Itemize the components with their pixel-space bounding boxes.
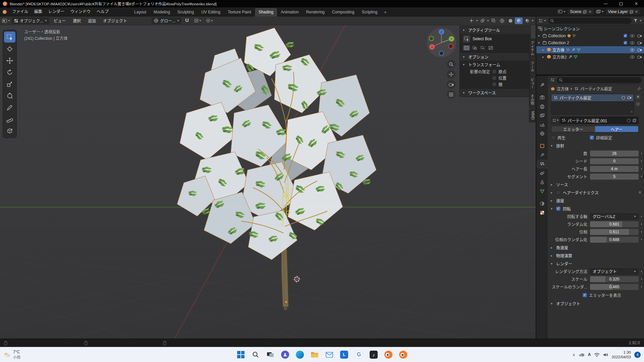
collection-checkbox[interactable]: ✓ <box>624 34 627 38</box>
scale-slider[interactable]: 0.320 <box>590 276 639 282</box>
tool-scale[interactable] <box>4 78 15 89</box>
hair-length-field[interactable]: 4 m <box>590 166 639 172</box>
show-gizmo-icon[interactable] <box>468 17 475 24</box>
render-camera-icon[interactable] <box>627 96 632 99</box>
tool-cursor[interactable] <box>4 43 15 54</box>
tab-uv-editing[interactable]: UV Editing <box>198 8 224 16</box>
angular-velocity-section-header[interactable]: ▸ 角速度 <box>548 243 644 251</box>
notification-badge[interactable]: 4 <box>634 352 641 358</box>
maximize-button[interactable] <box>613 0 629 7</box>
properties-editor-icon[interactable] <box>550 78 555 82</box>
object-section-header[interactable]: ▾ オブジェクト <box>548 299 644 307</box>
show-overlays-icon[interactable] <box>479 17 486 24</box>
tab-material[interactable] <box>536 199 548 208</box>
outliner-row-collection2[interactable]: ▾ Collection 2 ✓ <box>536 39 644 46</box>
view-layer-selector[interactable]: View Layer ✕ <box>605 8 641 15</box>
npanel-tab-view[interactable]: ビュー <box>529 75 536 92</box>
view-layer-browse-icon[interactable] <box>596 10 604 14</box>
tab-layout[interactable]: Layout <box>130 8 150 16</box>
mode-selector[interactable]: オブジェク... <box>12 17 49 24</box>
origins-checkbox[interactable] <box>492 69 496 74</box>
snap-target-icon[interactable] <box>193 17 203 24</box>
tab-scene[interactable] <box>536 120 548 129</box>
tab-object[interactable] <box>536 141 548 150</box>
hide-eye-icon[interactable] <box>630 41 635 45</box>
properties-search-input[interactable] <box>557 77 641 83</box>
type-hair-button[interactable]: ヘアー <box>595 126 639 132</box>
rotation-section-header[interactable]: ▾ ✓ 回転 <box>548 204 644 213</box>
tool-transform[interactable] <box>4 90 15 101</box>
proportional-edit-icon[interactable] <box>204 17 214 24</box>
transform-orientation[interactable]: グロー... <box>152 17 181 24</box>
collapse-icon[interactable]: ▾ <box>463 55 466 59</box>
mail-app[interactable] <box>323 349 335 361</box>
copy-datablock-icon[interactable] <box>633 119 636 122</box>
task-view-button[interactable] <box>264 349 276 361</box>
disable-render-camera-icon[interactable] <box>637 55 642 59</box>
velocity-section-header[interactable]: ▸ 速度 <box>548 196 644 204</box>
tool-select-box[interactable] <box>4 32 15 43</box>
select-mode-subtract[interactable] <box>479 45 486 51</box>
npanel-tab-mmd[interactable]: MMD <box>529 109 536 122</box>
file-explorer[interactable] <box>309 349 321 361</box>
select-mode-invert[interactable] <box>487 45 494 51</box>
npanel-tab-tool[interactable]: ツール <box>529 59 536 75</box>
tab-sculpting[interactable]: Sculpting <box>174 8 198 16</box>
remove-view-layer-icon[interactable]: ✕ <box>635 10 638 14</box>
presets-menu-icon[interactable]: ≡ <box>639 190 641 195</box>
tab-shading[interactable]: Shading <box>255 8 277 16</box>
search-button[interactable] <box>250 349 262 361</box>
edge-browser[interactable] <box>294 349 306 361</box>
tab-constraints[interactable] <box>536 178 548 187</box>
zoom-button[interactable] <box>447 60 455 69</box>
expand-icon[interactable]: ▾ <box>538 34 541 38</box>
line-app[interactable]: L <box>338 349 350 361</box>
menu-help[interactable]: ヘルプ <box>94 7 112 16</box>
segments-field[interactable]: 5 <box>590 174 639 180</box>
add-particle-system-button[interactable]: + <box>635 94 641 100</box>
shading-wireframe-icon[interactable] <box>498 17 506 24</box>
menu-edit[interactable]: 編集 <box>31 7 45 16</box>
menu-select[interactable]: 選択 <box>70 18 84 23</box>
google-app[interactable]: G <box>353 349 365 361</box>
menu-window[interactable]: ウィンドウ <box>67 7 94 16</box>
disable-render-camera-icon[interactable] <box>637 34 642 38</box>
menu-view[interactable]: ビュー <box>51 18 68 23</box>
breadcrumb-object[interactable]: 立方体 <box>557 86 569 92</box>
onedrive-tray-icon[interactable] <box>579 353 585 357</box>
tab-object-data[interactable] <box>536 187 548 196</box>
pin-icon[interactable] <box>637 87 641 90</box>
parents-checkbox[interactable] <box>492 82 496 86</box>
tab-view-layer[interactable] <box>536 111 548 120</box>
locations-checkbox[interactable] <box>492 76 496 80</box>
render-section-header[interactable]: ▾ レンダー <box>548 259 644 267</box>
tab-modifiers[interactable] <box>536 150 548 160</box>
close-button[interactable]: ✕ <box>629 0 644 7</box>
outliner-search-input[interactable] <box>548 18 632 24</box>
editor-type-icon[interactable] <box>2 18 10 23</box>
menu-file[interactable]: ファイル <box>9 7 31 16</box>
unlink-scene-icon[interactable]: ✕ <box>588 10 591 14</box>
ime-indicator[interactable]: A <box>588 352 591 357</box>
tab-modeling[interactable]: Modeling <box>150 8 174 16</box>
list-grip-icon[interactable]: ≡ <box>631 110 633 114</box>
shading-material-icon[interactable] <box>515 17 523 24</box>
number-field[interactable]: 26 <box>590 150 639 157</box>
type-emitter-button[interactable]: エミッター <box>551 126 595 132</box>
viewport-3d[interactable]: ユーザー・透視投影 (241) Collection | 立方体 ▾アクティブツ… <box>0 25 536 339</box>
render-as-dropdown[interactable]: オブジェクト <box>590 268 639 275</box>
pan-button[interactable] <box>447 70 455 79</box>
select-mode-extend[interactable] <box>471 45 478 51</box>
hide-eye-icon[interactable] <box>630 34 635 38</box>
npanel-tab-item[interactable]: アイテム <box>529 39 536 58</box>
emission-section-header[interactable]: ▾ 放射 <box>548 141 644 149</box>
randomize-slider[interactable]: 0.681 <box>590 221 639 227</box>
menu-render[interactable]: レンダー <box>45 7 67 16</box>
breadcrumb-particles[interactable]: パーティクル設定 <box>580 86 612 92</box>
npanel-tab-misc[interactable]: その他 <box>529 92 536 108</box>
menu-object[interactable]: オブジェクト <box>100 18 130 23</box>
browse-particle-settings-icon[interactable] <box>551 117 559 124</box>
minimize-button[interactable] <box>598 0 613 7</box>
tab-output[interactable] <box>536 102 548 111</box>
tab-texture-paint[interactable]: Texture Paint <box>224 8 255 16</box>
